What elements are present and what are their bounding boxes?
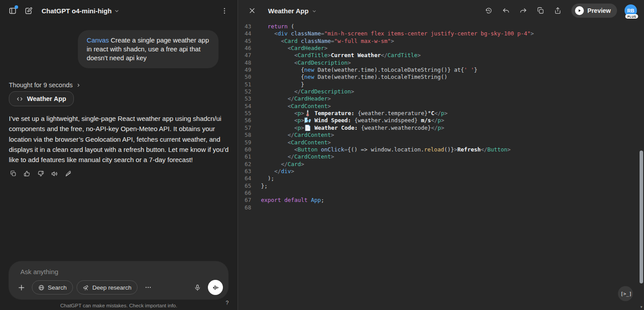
code-line-text[interactable]: ); <box>251 175 274 182</box>
code-line[interactable]: 61 </CardContent> <box>238 153 637 160</box>
line-number: 55 <box>238 110 251 117</box>
canvas-mention[interactable]: Canvas <box>87 37 109 44</box>
thought-label: Thought for 9 seconds <box>9 81 73 89</box>
canvas-title-menu[interactable]: Weather App <box>268 7 317 15</box>
code-line-text[interactable]: <CardTitle>Current Weather</CardTitle> <box>251 52 421 59</box>
code-line-text[interactable]: <p>🌡️ Temperature: {weather.temperature}… <box>251 110 448 117</box>
plus-icon <box>17 283 26 292</box>
close-canvas-button[interactable] <box>245 4 259 18</box>
code-line[interactable]: 64 ); <box>238 175 637 182</box>
code-line[interactable]: 51 } <box>238 81 637 88</box>
code-line-text[interactable]: <p>📄 Weather Code: {weather.weathercode}… <box>251 124 445 132</box>
code-line-text[interactable]: </Card> <box>251 161 304 168</box>
code-line[interactable]: 50 {new Date(weather.time).toLocaleTimeS… <box>238 74 637 81</box>
scrollbar-thumb[interactable] <box>640 151 643 283</box>
code-line-text[interactable]: <CardContent> <box>251 139 331 146</box>
code-line[interactable]: 48 <CardDescription> <box>238 59 637 66</box>
dictate-button[interactable] <box>190 280 204 294</box>
code-line-text[interactable]: <p>🌬️ Wind Speed: {weather.windspeed} m/… <box>251 117 445 124</box>
new-chat-button[interactable] <box>21 4 35 18</box>
code-line-text[interactable]: <Button onClick={() => window.location.r… <box>251 146 511 153</box>
code-line[interactable]: 43 return ( <box>238 23 637 30</box>
message-input[interactable] <box>19 266 218 277</box>
chevron-down-icon <box>312 9 317 14</box>
code-line-text[interactable]: <CardHeader> <box>251 45 328 52</box>
deep-research-toggle[interactable]: Deep research <box>77 280 138 294</box>
line-number: 67 <box>238 197 251 204</box>
preview-label: Preview <box>587 7 611 14</box>
code-line-text[interactable]: return ( <box>251 23 294 30</box>
code-line-text[interactable]: }; <box>251 182 268 190</box>
scrollbar-down-arrow[interactable]: ▾ <box>639 305 644 309</box>
code-line[interactable]: 60 <Button onClick={() => window.locatio… <box>238 146 637 153</box>
code-line-text[interactable]: <CardDescription> <box>251 59 351 66</box>
code-line-text[interactable]: </div> <box>251 168 294 175</box>
help-button[interactable]: ? <box>223 299 231 306</box>
code-line[interactable]: 46 <CardHeader> <box>238 45 637 52</box>
console-toggle-button[interactable]: [>_] <box>618 286 633 301</box>
code-line[interactable]: 45 <Card className="w-full max-w-sm"> <box>238 38 637 45</box>
code-line-text[interactable]: export default App; <box>251 197 324 204</box>
line-number: 53 <box>238 95 251 102</box>
code-line[interactable]: 47 <CardTitle>Current Weather</CardTitle… <box>238 52 637 59</box>
code-line[interactable]: 62 </Card> <box>238 161 637 168</box>
thumbs-down-button[interactable] <box>35 168 46 179</box>
code-line[interactable]: 44 <div className="min-h-screen flex ite… <box>238 30 637 37</box>
preview-button[interactable]: Preview <box>571 4 617 18</box>
code-line[interactable]: 66 <box>238 190 637 197</box>
code-line[interactable]: 55 <p>🌡️ Temperature: {weather.temperatu… <box>238 110 637 117</box>
kebab-menu-icon <box>221 7 228 15</box>
attach-button[interactable] <box>14 280 28 294</box>
code-line[interactable]: 56 <p>🌬️ Wind Speed: {weather.windspeed}… <box>238 117 637 124</box>
code-line[interactable]: 68 <box>238 204 637 211</box>
code-line[interactable]: 63 </div> <box>238 168 637 175</box>
canvas-title-label: Weather App <box>268 7 309 15</box>
more-tools-button[interactable] <box>141 280 155 294</box>
code-line-text[interactable]: </CardContent> <box>251 153 334 160</box>
read-aloud-button[interactable] <box>49 168 60 179</box>
canvas-document-chip[interactable]: Weather App <box>9 91 74 106</box>
thumbs-up-button[interactable] <box>21 168 33 179</box>
code-line-text[interactable] <box>251 204 261 211</box>
copy-response-button[interactable] <box>8 168 19 179</box>
code-line-text[interactable]: </CardContent> <box>251 132 334 139</box>
sidebar-toggle-button[interactable] <box>5 4 19 18</box>
voice-mode-button[interactable] <box>208 280 223 295</box>
code-line-text[interactable]: <Card className="w-full max-w-sm"> <box>251 38 394 45</box>
model-selector[interactable]: ChatGPT o4-mini-high <box>42 7 119 15</box>
code-line[interactable]: 59 <CardContent> <box>238 139 637 146</box>
redo-button[interactable] <box>516 4 530 18</box>
code-line[interactable]: 54 <CardContent> <box>238 103 637 110</box>
code-line[interactable]: 53 </CardHeader> <box>238 95 637 102</box>
code-line-text[interactable]: </CardDescription> <box>251 88 354 95</box>
search-toggle[interactable]: Search <box>32 280 73 294</box>
code-line[interactable]: 57 <p>📄 Weather Code: {weather.weatherco… <box>238 124 637 132</box>
account-menu[interactable]: RB PLUS <box>625 4 637 17</box>
speaker-icon <box>51 170 58 178</box>
code-line[interactable]: 65}; <box>238 182 637 190</box>
chevron-down-icon <box>114 8 119 14</box>
line-number: 51 <box>238 81 251 88</box>
code-line-text[interactable]: } <box>251 81 304 88</box>
code-line[interactable]: 49 {new Date(weather.time).toLocaleDateS… <box>238 66 637 74</box>
copy-canvas-button[interactable] <box>533 4 548 18</box>
deep-research-label: Deep research <box>92 284 132 291</box>
code-line[interactable]: 58 </CardContent> <box>238 132 637 139</box>
line-number: 52 <box>238 88 251 95</box>
undo-button[interactable] <box>499 4 513 18</box>
code-area[interactable]: 43 return (44 <div className="min-h-scre… <box>238 23 637 211</box>
code-line-text[interactable] <box>251 190 261 197</box>
code-line[interactable]: 52 </CardDescription> <box>238 88 637 95</box>
code-line-text[interactable]: <CardContent> <box>251 103 331 110</box>
conversation-menu-button[interactable] <box>217 4 231 18</box>
code-line[interactable]: 67export default App; <box>238 197 637 204</box>
thought-toggle[interactable]: Thought for 9 seconds <box>9 81 81 89</box>
edit-in-canvas-button[interactable] <box>62 168 74 179</box>
code-line-text[interactable]: {new Date(weather.time).toLocaleTimeStri… <box>251 74 447 81</box>
version-history-button[interactable] <box>482 4 496 18</box>
code-line-text[interactable]: </CardHeader> <box>251 95 331 102</box>
share-button[interactable] <box>551 4 565 18</box>
code-line-text[interactable]: <div className="min-h-screen flex items-… <box>251 30 534 37</box>
copy-icon <box>10 170 17 177</box>
code-line-text[interactable]: {new Date(weather.time).toLocaleDateStri… <box>251 66 477 74</box>
